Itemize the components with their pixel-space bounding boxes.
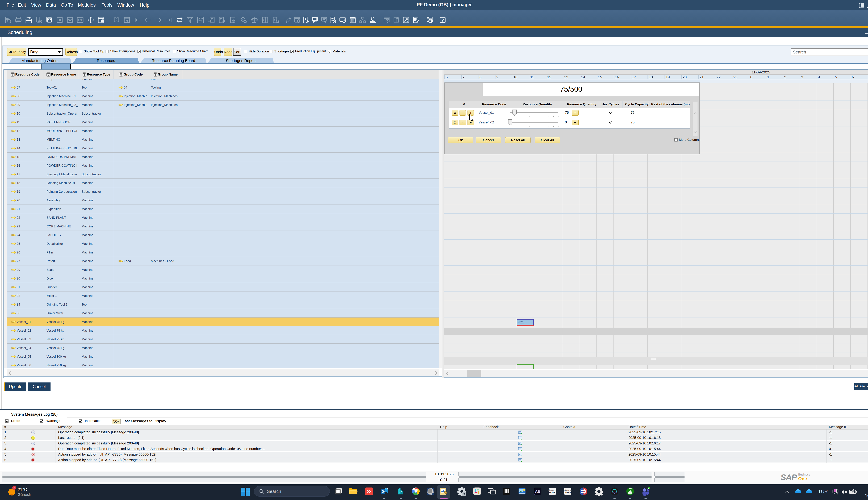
svg-text:O: O: [382, 490, 384, 493]
svg-text:$: $: [274, 19, 275, 21]
svg-text:$: $: [233, 20, 234, 23]
svg-text:$: $: [242, 18, 244, 21]
svg-text:PDF: PDF: [78, 19, 82, 22]
svg-text:WMS: WMS: [565, 491, 571, 494]
svg-text:eCompTec: eCompTec: [564, 489, 572, 491]
svg-text:eCompTec: eCompTec: [548, 489, 556, 491]
svg-text:!: !: [33, 436, 34, 440]
svg-text:2: 2: [13, 487, 15, 489]
svg-text:$: $: [263, 19, 264, 21]
svg-text:WMS: WMS: [549, 491, 556, 494]
svg-text:$: $: [407, 20, 408, 23]
svg-text:Z: Z: [198, 20, 200, 23]
svg-text:?: ?: [442, 18, 444, 22]
svg-text:AE: AE: [535, 489, 540, 493]
svg-text:A: A: [198, 17, 200, 20]
